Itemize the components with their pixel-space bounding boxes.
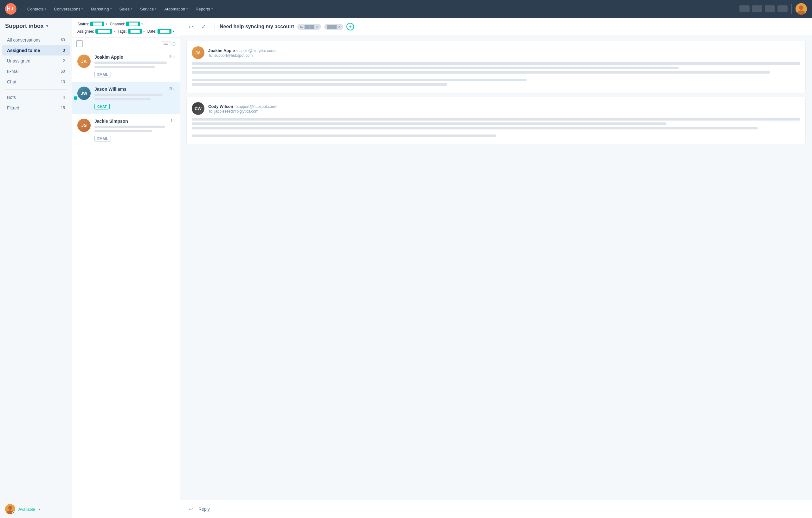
sidebar-item-bots[interactable]: Bots 4 (2, 92, 70, 103)
conv-item-jason[interactable]: JW Jason Williams 2hr CHAT (72, 82, 180, 114)
nav-reports-chevron: ▾ (211, 7, 213, 10)
conv-time-joakim: 3m (169, 55, 175, 59)
sidebar-item-filtred-label: Filtred (7, 105, 19, 110)
filter-date[interactable]: Date: ██████ ▾ (147, 29, 175, 34)
nav-automation[interactable]: Automation ▾ (161, 5, 191, 13)
sidebar-item-bots-badge: 4 (63, 95, 65, 100)
nav-marketing-label: Marketing (91, 7, 109, 11)
msg-line-j5 (192, 83, 447, 86)
sidebar-item-all-conversations-label: All conversations (7, 37, 40, 43)
select-all-checkbox[interactable] (76, 40, 83, 47)
conv-time-jackie: 1d (171, 119, 175, 123)
filter-status-value: ██████ (90, 22, 104, 26)
filter-date-chevron: ▾ (173, 30, 174, 33)
tag-chip-1[interactable]: 🏷 ████ ✕ (297, 24, 321, 30)
conv-avatar-jackie: JS (77, 119, 91, 132)
sidebar-item-email-badge: 50 (61, 69, 65, 74)
sidebar-item-filtred-badge: 15 (61, 106, 65, 110)
sidebar-item-assigned-to-me[interactable]: Assigned to me 3 (2, 45, 70, 55)
nav-service-chevron: ▾ (155, 7, 156, 10)
tag-chip-1-close[interactable]: ✕ (316, 25, 319, 29)
msg-line-c1 (192, 118, 800, 120)
conv-tag-joakim: EMAIL (94, 72, 111, 77)
user-avatar[interactable] (795, 3, 807, 15)
filter-status-chevron: ▾ (106, 23, 107, 26)
sidebar-divider (5, 89, 67, 90)
msg-line-j1 (192, 62, 800, 65)
nav-service[interactable]: Service ▾ (137, 5, 160, 13)
sidebar-item-unassigned[interactable]: Unassigned 2 (2, 56, 70, 66)
unread-dot-jason (74, 97, 77, 100)
filter-status-label: Status: (77, 22, 89, 26)
filter-channel-label: Channel: (110, 22, 125, 26)
filter-channel[interactable]: Channel: ██████ ▾ (110, 22, 143, 26)
nav-icon-btn-4[interactable] (778, 5, 788, 12)
conv-avatar-jason: JW (77, 87, 91, 100)
conv-item-jackie[interactable]: JS Jackie Simpson 1d EMAIL (72, 114, 180, 146)
msg-avatar-joakim: JA (192, 46, 204, 59)
check-button[interactable]: ✓ (199, 22, 208, 31)
nav-reports-label: Reports (196, 7, 210, 11)
tag-chip-2[interactable]: ████ ✕ (324, 24, 343, 30)
conv-header-joakim: Joakim Apple 3m (94, 55, 175, 60)
conv-header-jason: Jason Williams 2hr (94, 87, 175, 92)
msg-email-cody: <support@hubspot.com> (235, 104, 277, 109)
sidebar-header-chevron: ▾ (46, 24, 48, 28)
nav-contacts[interactable]: Contacts ▾ (24, 5, 50, 13)
nav-service-label: Service (140, 7, 154, 11)
tag-chip-2-label: ████ (327, 25, 337, 29)
msg-header-cody: CW Cody Wilson <support@hubspot.com> To:… (192, 102, 800, 115)
filter-status[interactable]: Status: ██████ ▾ (77, 22, 107, 26)
nav-icon-btn-3[interactable] (765, 5, 775, 12)
sidebar-item-all-conversations-badge: 63 (61, 38, 65, 42)
msg-email-joakim: <japple@biglytics.com> (236, 49, 277, 53)
nav-contacts-label: Contacts (27, 7, 44, 11)
nav-icon-btn-1[interactable] (740, 5, 750, 12)
msg-line-c3 (192, 127, 758, 130)
nav-reports[interactable]: Reports ▾ (193, 5, 216, 13)
nav-marketing[interactable]: Marketing ▾ (87, 5, 115, 13)
sidebar-header[interactable]: Support inbox ▾ (0, 23, 72, 34)
filter-tags[interactable]: Tags: ██████ ▾ (118, 29, 145, 34)
msg-spacer-c1 (192, 131, 800, 135)
conv-item-joakim[interactable]: JA Joakim Apple 3m EMAIL (72, 50, 180, 82)
conversation-list-panel: Status: ██████ ▾ Channel: ██████ ▾ Assig… (72, 18, 180, 518)
sidebar-item-all-conversations[interactable]: All conversations 63 (2, 35, 70, 45)
reply-label[interactable]: Reply (198, 507, 210, 512)
add-tag-button[interactable]: + (346, 23, 354, 30)
main-layout: Support inbox ▾ All conversations 63 Ass… (0, 18, 812, 518)
sidebar-item-chat[interactable]: Chat 13 (2, 77, 70, 87)
sidebar: Support inbox ▾ All conversations 63 Ass… (0, 18, 72, 518)
nav-automation-chevron: ▾ (186, 7, 188, 10)
conv-line-6 (94, 130, 152, 132)
sidebar-item-chat-badge: 13 (61, 80, 65, 84)
reply-back-button[interactable]: ↩ (186, 22, 195, 31)
sidebar-footer[interactable]: Available ▾ (0, 500, 72, 518)
tag-chip-2-close[interactable]: ✕ (338, 25, 341, 29)
msg-to-cody: To: jappleseed@biglytics.com (208, 109, 277, 114)
msg-line-j2 (192, 66, 678, 69)
nav-icon-btn-2[interactable] (752, 5, 762, 12)
reply-icon-button[interactable]: ↩ (186, 505, 195, 514)
msg-name-cody: Cody Wilson (208, 104, 233, 109)
filter-assignee[interactable]: Assignee: ████████ ▾ (77, 29, 115, 34)
hubspot-logo[interactable] (5, 3, 17, 15)
sort-button[interactable] (161, 41, 171, 46)
sidebar-item-bots-label: Bots (7, 95, 16, 100)
sidebar-title: Support inbox (5, 23, 44, 29)
sidebar-item-chat-label: Chat (7, 79, 17, 84)
filter-date-label: Date: (147, 29, 156, 34)
order-toggle[interactable] (172, 42, 176, 46)
nav-contacts-chevron: ▾ (45, 7, 46, 10)
sidebar-item-filtred[interactable]: Filtred 15 (2, 103, 70, 113)
sidebar-item-email[interactable]: E-mail 50 (2, 66, 70, 77)
nav-sales[interactable]: Sales ▾ (116, 5, 136, 13)
nav-conversations-label: Conversations (54, 7, 80, 11)
nav-conversations[interactable]: Conversations ▾ (51, 5, 86, 13)
sidebar-user-avatar (5, 504, 15, 514)
conv-content-jackie: Jackie Simpson 1d EMAIL (94, 119, 175, 141)
conv-list-toolbar (72, 38, 180, 50)
nav-automation-label: Automation (164, 7, 185, 11)
conv-line-3 (94, 93, 163, 96)
svg-point-2 (799, 5, 804, 10)
